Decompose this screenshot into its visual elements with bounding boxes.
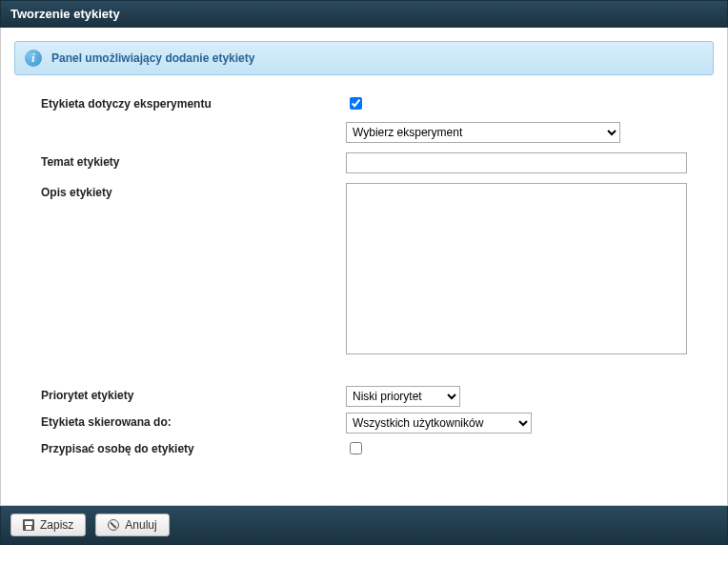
experiment-select[interactable]: Wybierz eksperyment (346, 122, 620, 143)
info-box: i Panel umożliwiający dodanie etykiety (14, 41, 714, 75)
row-desc: Opis etykiety (41, 183, 687, 357)
row-subject: Temat etykiety (41, 152, 687, 173)
row-target: Etykieta skierowana do: Wszystkich użytk… (41, 413, 687, 434)
label-create-panel: Tworzenie etykiety i Panel umożliwiający… (0, 0, 728, 545)
label-assign: Przypisać osobę do etykiety (41, 439, 346, 455)
save-icon (23, 519, 34, 531)
form-area: Etykieta dotyczy eksperymentu Wybierz ek… (14, 75, 714, 505)
desc-textarea[interactable] (346, 183, 687, 354)
panel-body: i Panel umożliwiający dodanie etykiety E… (0, 28, 728, 506)
cancel-button[interactable]: Anuluj (95, 514, 169, 536)
row-experiment-flag: Etykieta dotyczy eksperymentu (41, 94, 687, 112)
info-text: Panel umożliwiający dodanie etykiety (51, 51, 254, 65)
label-experiment: Etykieta dotyczy eksperymentu (41, 94, 346, 111)
experiment-checkbox[interactable] (350, 97, 362, 110)
target-select[interactable]: Wszystkich użytkowników (346, 413, 532, 434)
row-experiment-select: Wybierz eksperyment (41, 122, 687, 143)
info-icon: i (25, 50, 42, 67)
priority-select[interactable]: Niski priorytet (346, 386, 460, 407)
save-button-label: Zapisz (40, 518, 73, 532)
label-subject: Temat etykiety (41, 152, 346, 169)
label-target: Etykieta skierowana do: (41, 413, 346, 429)
row-assign: Przypisać osobę do etykiety (41, 439, 687, 457)
subject-input[interactable] (346, 152, 687, 173)
panel-footer: Zapisz Anuluj (0, 506, 728, 545)
assign-checkbox[interactable] (350, 442, 362, 454)
save-button[interactable]: Zapisz (10, 514, 86, 536)
panel-title: Tworzenie etykiety (0, 0, 728, 28)
label-desc: Opis etykiety (41, 183, 346, 199)
label-priority: Priorytet etykiety (41, 386, 346, 402)
cancel-icon (108, 519, 119, 531)
cancel-button-label: Anuluj (125, 518, 156, 532)
row-priority: Priorytet etykiety Niski priorytet (41, 386, 687, 407)
